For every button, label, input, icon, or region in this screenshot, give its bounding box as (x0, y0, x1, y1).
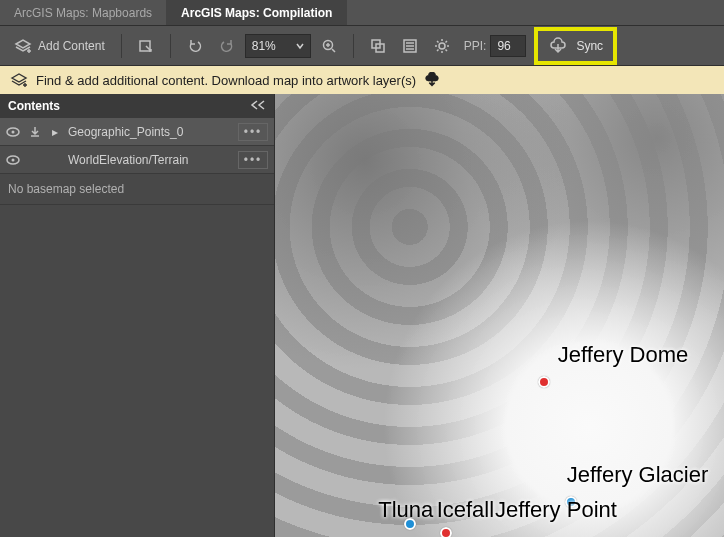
map-point[interactable] (404, 518, 416, 530)
chevron-down-icon (296, 42, 304, 50)
sync-highlight: Sync (534, 27, 617, 65)
redo-button[interactable] (213, 32, 241, 60)
info-bar: Find & add additional content. Download … (0, 66, 724, 94)
panel-tabs: ArcGIS Maps: Mapboards ArcGIS Maps: Comp… (0, 0, 724, 26)
redo-icon (219, 38, 235, 54)
add-content-label: Add Content (38, 39, 105, 53)
no-basemap-msg: No basemap selected (0, 174, 274, 205)
magnify-plus-icon (321, 38, 337, 54)
ppi-value: 96 (497, 39, 510, 53)
layer-row[interactable]: WorldElevation/Terrain ••• (0, 146, 274, 174)
ppi-input[interactable]: 96 (490, 35, 526, 57)
overlap-icon (370, 38, 386, 54)
contents-title: Contents (8, 99, 60, 113)
separator (353, 34, 354, 58)
settings-button[interactable] (428, 32, 456, 60)
undo-button[interactable] (181, 32, 209, 60)
tab-mapboards[interactable]: ArcGIS Maps: Mapboards (0, 0, 167, 25)
cloud-sync-icon (549, 37, 567, 55)
undo-icon (187, 38, 203, 54)
cursor-icon (138, 38, 154, 54)
map-point[interactable] (538, 376, 550, 388)
layers-plus-icon (10, 71, 28, 89)
layer-row[interactable]: ▸ Geographic_Points_0 ••• (0, 118, 274, 146)
download-icon (28, 126, 42, 138)
layer-name: Geographic_Points_0 (68, 125, 230, 139)
cloud-download-icon[interactable] (424, 72, 440, 88)
toolbar: Add Content 81% (0, 26, 724, 66)
tab-label: ArcGIS Maps: Compilation (181, 6, 332, 20)
separator (170, 34, 171, 58)
layer-options-button[interactable]: ••• (238, 151, 268, 169)
ppi-label: PPI: (464, 39, 487, 53)
zoom-value: 81% (252, 39, 276, 53)
gear-icon (434, 38, 450, 54)
collapse-icon[interactable] (250, 99, 266, 113)
expand-toggle[interactable]: ▸ (50, 125, 60, 139)
overlap-button[interactable] (364, 32, 392, 60)
info-text: Find & add additional content. Download … (36, 73, 416, 88)
contents-panel: Contents ▸ Geographic_Points_0 ••• World… (0, 94, 275, 537)
terrain-background (275, 94, 724, 537)
main-area: Contents ▸ Geographic_Points_0 ••• World… (0, 94, 724, 537)
layers-plus-icon (14, 37, 32, 55)
visibility-toggle[interactable] (6, 125, 20, 139)
layer-name: WorldElevation/Terrain (68, 153, 230, 167)
layer-options-button[interactable]: ••• (238, 123, 268, 141)
visibility-toggle[interactable] (6, 153, 20, 167)
tab-label: ArcGIS Maps: Mapboards (14, 6, 152, 20)
tab-compilation[interactable]: ArcGIS Maps: Compilation (167, 0, 347, 25)
add-content-button[interactable]: Add Content (8, 32, 111, 60)
map-view[interactable]: Jeffery Dome Jeffery Glacier Jeffery Poi… (275, 94, 724, 537)
list-icon (402, 38, 418, 54)
svg-point-7 (12, 130, 15, 133)
map-point[interactable] (440, 527, 452, 537)
separator (121, 34, 122, 58)
zoom-in-button[interactable] (315, 32, 343, 60)
contents-header: Contents (0, 94, 274, 118)
sync-button[interactable] (548, 32, 568, 60)
map-point[interactable] (565, 496, 577, 508)
zoom-select[interactable]: 81% (245, 34, 311, 58)
sync-label: Sync (576, 39, 603, 53)
svg-point-9 (12, 158, 15, 161)
svg-point-5 (439, 43, 445, 49)
select-tool-button[interactable] (132, 32, 160, 60)
list-button[interactable] (396, 32, 424, 60)
